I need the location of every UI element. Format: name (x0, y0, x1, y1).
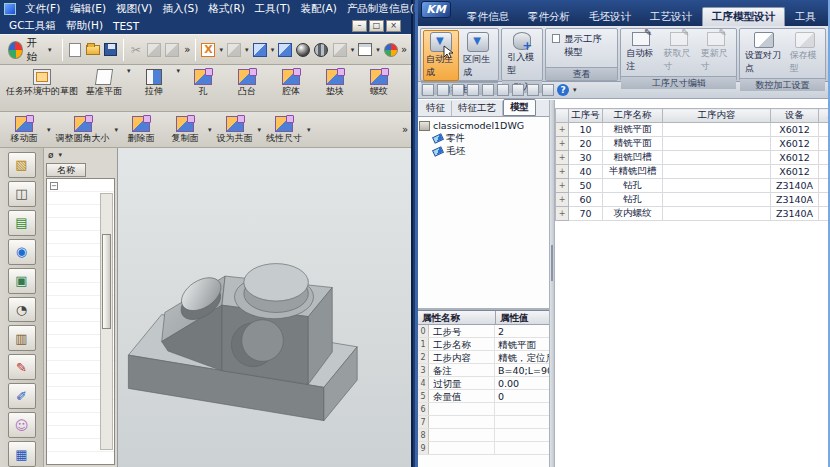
chevron-down-icon[interactable]: ▾ (271, 46, 275, 54)
property-value[interactable]: 精铣，定位尺 (495, 351, 549, 363)
pocket-button[interactable]: 腔体 (269, 67, 313, 98)
tab-工具[interactable]: 工具 (786, 8, 825, 26)
chevron-down-icon[interactable]: ▾ (219, 46, 223, 54)
shaded-edges-button[interactable] (277, 41, 293, 59)
window-style-button[interactable] (357, 41, 373, 59)
navigator-list[interactable]: − (46, 178, 115, 465)
history-tab[interactable]: ◔ (8, 297, 36, 323)
part-navigator-tab[interactable]: ▤ (8, 210, 36, 236)
chevron-down-icon[interactable]: ▾ (208, 126, 212, 134)
save-button[interactable] (103, 41, 119, 59)
row-selector[interactable]: + (556, 165, 569, 179)
menu-item[interactable]: 装配(A) (295, 2, 341, 16)
start-button[interactable]: 开始 ▾ (3, 34, 58, 66)
chevron-down-icon[interactable]: ▾ (47, 126, 51, 134)
navigator-scrollbar[interactable] (100, 193, 113, 450)
auto-annotate-button[interactable]: 自动标注 (623, 30, 659, 75)
panel-splitter[interactable] (550, 100, 555, 467)
export-icon[interactable] (422, 84, 434, 96)
property-row[interactable]: 5余量值0 (418, 390, 549, 403)
column-header-设备[interactable]: 设备 (771, 109, 819, 123)
toolbar-overflow-button[interactable]: » (184, 44, 189, 55)
row-selector[interactable]: + (556, 137, 569, 151)
restore-button[interactable]: □ (369, 20, 384, 32)
open-icon[interactable] (437, 84, 449, 96)
open-file-button[interactable] (85, 41, 101, 59)
render-style-button[interactable] (295, 41, 311, 59)
column-header-工序号[interactable]: 工序号 (569, 109, 603, 123)
constraint-navigator-tab[interactable]: ◫ (8, 181, 36, 207)
minimize-button[interactable]: – (352, 20, 367, 32)
property-value-header[interactable]: 属性值 (496, 311, 549, 324)
update-dimension-button[interactable]: 更新尺寸 (698, 30, 734, 75)
chevron-down-icon[interactable]: ▾ (127, 67, 131, 75)
row-selector[interactable]: + (556, 179, 569, 193)
show-process-model-checkbox[interactable]: 显示工序模型 (548, 30, 615, 62)
chevron-down-icon[interactable]: ▾ (245, 46, 249, 54)
face-analysis-button[interactable] (313, 41, 329, 59)
thread-button[interactable]: 螺纹 (357, 67, 401, 98)
property-value[interactable]: 0.00 (495, 377, 549, 389)
hole-button[interactable]: 孔 (181, 67, 225, 98)
property-value[interactable]: 0 (495, 390, 549, 402)
menu-item[interactable]: 帮助(H) (61, 19, 108, 33)
toolbar-overflow-button[interactable]: » (401, 44, 406, 55)
move-face-button[interactable]: 移动面 (2, 114, 46, 145)
internet-browser-tab[interactable]: ◉ (8, 239, 36, 265)
link-icon[interactable] (527, 84, 539, 96)
tree-root[interactable]: classicmodel1DWG (419, 119, 548, 132)
property-value[interactable] (495, 429, 549, 441)
3d-model[interactable] (118, 248, 378, 456)
column-header-工序名称[interactable]: 工序名称 (603, 109, 663, 123)
property-row[interactable]: 8 (418, 429, 549, 442)
tree-icon[interactable] (497, 84, 509, 96)
property-value[interactable]: B=40;L=90;H= (495, 364, 549, 376)
row-selector[interactable]: + (556, 123, 569, 137)
align-icon[interactable] (482, 84, 494, 96)
navigator-column-header[interactable]: 名称 (46, 163, 86, 177)
assembly-navigator-tab[interactable]: ▧ (8, 152, 36, 178)
chevron-down-icon[interactable]: ▾ (351, 46, 355, 54)
extrude-button[interactable]: 拉伸 (132, 67, 176, 98)
3d-viewport[interactable] (118, 148, 411, 467)
import-model-button[interactable]: 引入模型 (504, 30, 540, 79)
property-row[interactable]: 4过切量0.00 (418, 377, 549, 390)
save-model-button[interactable]: 保存模型 (787, 30, 823, 77)
property-row[interactable]: 6 (418, 403, 549, 416)
property-row[interactable]: 2工步内容精铣，定位尺 (418, 351, 549, 364)
tab-零件信息[interactable]: 零件信息 (458, 8, 518, 26)
get-dimension-button[interactable]: 获取尺寸 (661, 30, 697, 75)
boss-button[interactable]: 凸台 (225, 67, 269, 98)
set-tool-point-button[interactable]: 设置对刀点 (742, 30, 786, 77)
menu-item[interactable]: GC工具箱 (4, 19, 61, 33)
process-row[interactable]: +40半精铣凹槽X6012 (556, 165, 829, 179)
menu-item[interactable]: 视图(V) (111, 2, 157, 16)
tab-毛坯设计[interactable]: 毛坯设计 (580, 8, 640, 26)
layout-icon[interactable] (542, 84, 554, 96)
chevron-down-icon[interactable]: ▾ (376, 46, 380, 54)
reuse-library-tab[interactable]: ▣ (8, 268, 36, 294)
property-value[interactable] (495, 403, 549, 415)
copy-face-button[interactable]: 复制面 (163, 114, 207, 145)
property-value[interactable] (495, 442, 549, 454)
range-generate-button[interactable]: 区间生成 (460, 30, 496, 81)
role-button[interactable] (383, 41, 399, 59)
panel-tab-模型[interactable]: 模型 (503, 99, 536, 116)
process-row[interactable]: +20精铣平面X6012 (556, 137, 829, 151)
tree-expander[interactable]: − (50, 182, 58, 190)
panel-tab-特征[interactable]: 特征 (420, 101, 452, 116)
tree-node-毛坯[interactable]: 毛坯 (419, 145, 548, 158)
touch-mode-tab[interactable]: ✐ (8, 383, 36, 409)
tab-工艺检验[interactable]: 工艺检验 (826, 8, 830, 26)
visual-reports-tab[interactable]: ✎ (8, 354, 36, 380)
cut-button[interactable]: ✂ (128, 41, 144, 59)
datum-display-button[interactable] (226, 41, 242, 59)
menu-item[interactable]: 编辑(E) (65, 2, 111, 16)
chevron-down-icon[interactable]: ▾ (177, 67, 181, 75)
panel-tab-特征工艺[interactable]: 特征工艺 (452, 101, 503, 116)
resize-blend-button[interactable]: 调整圆角大小 (52, 114, 114, 145)
close-view-button[interactable]: X (200, 41, 216, 59)
property-row[interactable]: 1工步名称精铣平面 (418, 338, 549, 351)
chevron-down-icon[interactable]: ▾ (258, 126, 262, 134)
property-value[interactable]: 2 (495, 325, 549, 337)
